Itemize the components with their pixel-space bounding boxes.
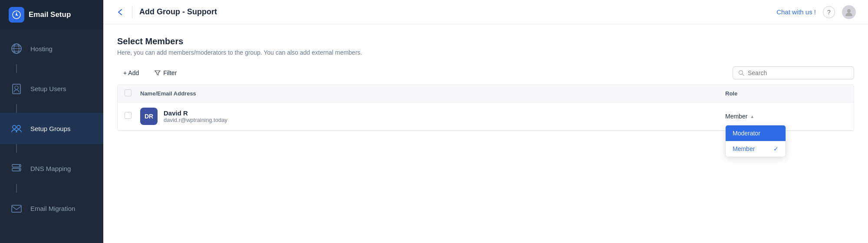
- topbar-actions: Chat with us ! ?: [776, 5, 856, 19]
- sidebar-item-setup-groups[interactable]: Setup Groups: [0, 113, 103, 144]
- role-caret-icon: ▲: [750, 114, 754, 119]
- svg-point-8: [15, 86, 18, 89]
- table-header: Name/Email Address Role: [118, 85, 854, 102]
- toolbar: + Add Filter: [117, 66, 854, 85]
- member-avatar: DR: [140, 108, 158, 125]
- dns-mapping-icon: [9, 161, 24, 176]
- row-checkbox[interactable]: [125, 112, 132, 119]
- sidebar-item-dns-mapping[interactable]: DNS Mapping: [0, 153, 103, 184]
- chat-with-us-link[interactable]: Chat with us !: [776, 8, 816, 16]
- app-logo-icon: [9, 7, 24, 23]
- connector: [16, 104, 17, 113]
- role-dropdown-trigger[interactable]: Member ▲: [725, 113, 847, 120]
- dropdown-item-member[interactable]: Member ✓: [726, 141, 786, 157]
- members-table: Name/Email Address Role DR David R david…: [117, 85, 854, 131]
- user-avatar[interactable]: [842, 5, 856, 19]
- svg-point-13: [19, 165, 20, 167]
- filter-button[interactable]: Filter: [148, 66, 183, 79]
- sidebar-nav: Hosting Setup Users: [0, 30, 103, 243]
- sidebar-item-label: Email Migration: [30, 205, 75, 212]
- member-name: David R: [164, 109, 725, 117]
- connector: [16, 184, 17, 193]
- sidebar-item-label: Hosting: [30, 45, 53, 53]
- main-content: Add Group - Support Chat with us ! ? Sel…: [103, 0, 868, 243]
- role-column: Member ▲ Moderator Member ✓: [725, 113, 847, 120]
- svg-line-18: [743, 74, 744, 76]
- search-icon: [738, 70, 744, 76]
- svg-point-10: [17, 125, 20, 129]
- page-title: Add Group - Support: [139, 7, 776, 16]
- sidebar-item-email-migration[interactable]: Email Migration: [0, 193, 103, 224]
- app-title: Email Setup: [29, 10, 71, 19]
- sidebar-item-hosting[interactable]: Hosting: [0, 33, 103, 64]
- topbar: Add Group - Support Chat with us ! ?: [103, 0, 868, 24]
- select-all-checkbox[interactable]: [125, 89, 132, 96]
- svg-point-16: [847, 9, 851, 13]
- content-area: Select Members Here, you can add members…: [103, 24, 868, 243]
- search-input[interactable]: [748, 69, 843, 76]
- section-title: Select Members: [117, 36, 854, 46]
- setup-groups-icon: [9, 121, 24, 136]
- sidebar-item-setup-users[interactable]: Setup Users: [0, 73, 103, 104]
- table-row: DR David R david.r@wptraining.today Memb…: [118, 102, 854, 131]
- svg-point-14: [19, 169, 20, 171]
- connector: [16, 144, 17, 153]
- sidebar: Email Setup Hosting: [0, 0, 103, 243]
- dropdown-item-moderator[interactable]: Moderator: [726, 125, 786, 141]
- column-header-role: Role: [725, 90, 847, 97]
- role-dropdown: Moderator Member ✓: [725, 125, 786, 157]
- member-info: David R david.r@wptraining.today: [164, 109, 725, 123]
- svg-point-9: [13, 125, 16, 129]
- svg-point-1: [16, 14, 17, 16]
- sidebar-header: Email Setup: [0, 0, 103, 30]
- svg-rect-15: [12, 205, 21, 212]
- sidebar-item-label: Setup Users: [30, 85, 66, 92]
- connector: [16, 64, 17, 73]
- filter-icon: [155, 70, 161, 76]
- column-header-name: Name/Email Address: [140, 90, 725, 97]
- add-button[interactable]: + Add: [117, 66, 145, 79]
- member-email: david.r@wptraining.today: [164, 117, 725, 123]
- email-migration-icon: [9, 200, 24, 216]
- sidebar-item-label: Setup Groups: [30, 125, 71, 132]
- setup-users-icon: [9, 81, 24, 96]
- selected-check-icon: ✓: [773, 145, 779, 152]
- search-box[interactable]: [733, 66, 854, 79]
- hosting-icon: [9, 41, 24, 56]
- help-icon[interactable]: ?: [823, 6, 835, 18]
- topbar-divider: [132, 6, 132, 18]
- sidebar-item-label: DNS Mapping: [30, 165, 71, 172]
- section-desc: Here, you can add members/moderators to …: [117, 49, 854, 56]
- back-button[interactable]: [115, 7, 125, 17]
